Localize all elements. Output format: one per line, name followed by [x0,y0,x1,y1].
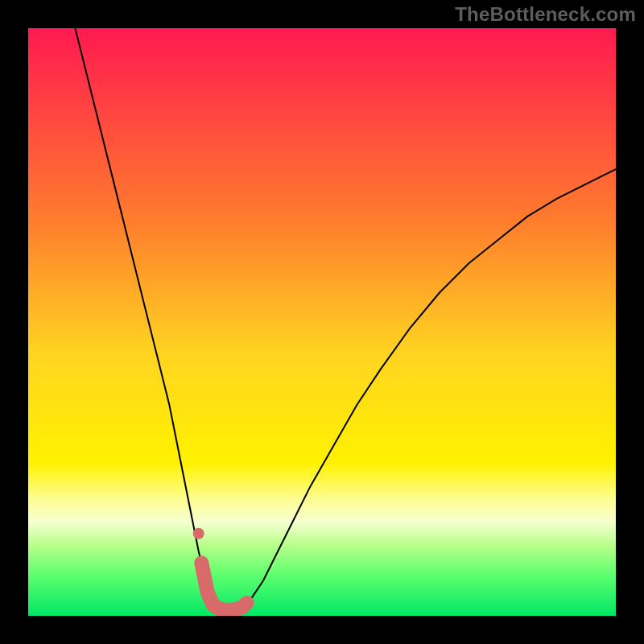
chart-svg [28,28,616,616]
plot-area [28,28,616,616]
optimum-dot [193,528,204,539]
attribution-text: TheBottleneck.com [455,3,636,26]
chart-background [28,28,616,616]
chart-root: TheBottleneck.com [0,0,644,644]
